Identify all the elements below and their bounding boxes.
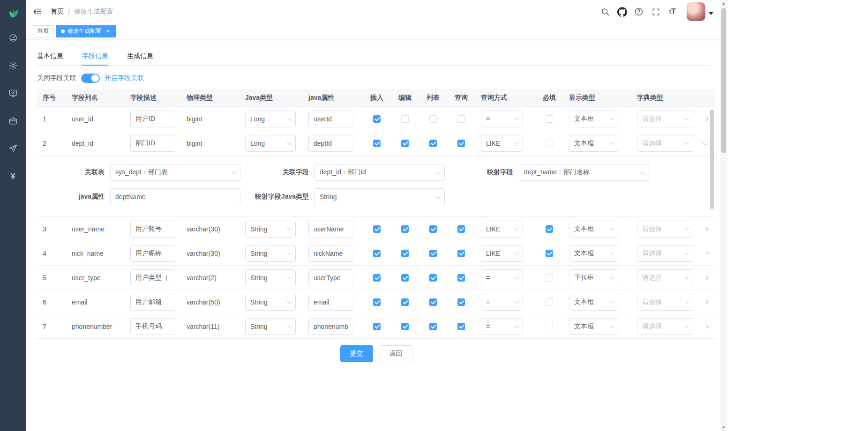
insert-checkbox[interactable] <box>373 250 381 257</box>
tab-field-info[interactable]: 字段信息 <box>82 47 108 65</box>
edit-checkbox[interactable] <box>401 225 409 233</box>
expand-row-icon[interactable] <box>703 252 708 255</box>
java-field-input[interactable] <box>308 135 353 152</box>
java-type-select[interactable]: Long <box>245 111 296 127</box>
query-type-select[interactable]: = <box>481 269 523 286</box>
table-scrollbar-thumb[interactable] <box>710 110 714 209</box>
java-field-input[interactable] <box>308 294 353 311</box>
required-checkbox[interactable] <box>546 140 553 147</box>
dict-type-select[interactable]: 请选择 <box>637 111 693 127</box>
edit-checkbox[interactable] <box>401 140 409 147</box>
column-description-input[interactable] <box>130 269 175 286</box>
scroll-up-arrow-icon[interactable] <box>720 0 727 7</box>
map-java-type-select[interactable]: String <box>314 188 445 205</box>
column-description-input[interactable] <box>130 221 175 238</box>
yen-icon[interactable]: ¥ <box>7 171 19 182</box>
expand-row-icon[interactable] <box>703 300 708 304</box>
list-checkbox[interactable] <box>429 225 437 233</box>
query-checkbox[interactable] <box>457 274 465 282</box>
query-checkbox[interactable] <box>457 225 465 233</box>
monitor-check-icon[interactable] <box>7 88 19 99</box>
dict-type-select[interactable]: 请选择 <box>637 245 693 262</box>
help-icon[interactable] <box>631 0 646 23</box>
dict-type-select[interactable]: 请选择 <box>637 135 693 152</box>
close-tag-icon[interactable] <box>105 28 111 35</box>
tab-basic-info[interactable]: 基本信息 <box>37 47 63 65</box>
edit-checkbox[interactable] <box>401 323 409 330</box>
query-type-select[interactable]: LIKE <box>481 245 523 262</box>
edit-checkbox[interactable] <box>401 115 409 123</box>
html-type-select[interactable]: 文本框 <box>569 245 618 262</box>
required-checkbox[interactable] <box>546 274 553 282</box>
query-checkbox[interactable] <box>457 115 465 123</box>
query-type-select[interactable]: = <box>481 111 523 127</box>
paper-plane-icon[interactable] <box>7 143 19 154</box>
tag-current[interactable]: 修改生成配置 <box>56 25 116 37</box>
html-type-select[interactable]: 文本框 <box>569 111 618 127</box>
column-description-input[interactable] <box>130 135 175 152</box>
list-checkbox[interactable] <box>429 140 437 147</box>
required-checkbox[interactable] <box>546 225 553 233</box>
query-type-select[interactable]: LIKE <box>481 135 523 152</box>
java-type-select[interactable]: String <box>245 269 296 286</box>
insert-checkbox[interactable] <box>373 274 381 282</box>
column-description-input[interactable] <box>130 294 175 311</box>
submit-button[interactable]: 提交 <box>340 345 373 362</box>
field-relation-toggle[interactable] <box>81 74 100 83</box>
query-type-select[interactable]: LIKE <box>481 221 523 238</box>
edit-checkbox[interactable] <box>401 274 409 282</box>
page-scrollbar-thumb[interactable] <box>721 8 726 153</box>
list-checkbox[interactable] <box>429 274 437 282</box>
java-field-input[interactable] <box>308 318 353 335</box>
java-field-input[interactable] <box>308 269 353 286</box>
back-button[interactable]: 返回 <box>380 345 412 362</box>
html-type-select[interactable]: 文本框 <box>569 294 618 311</box>
edit-checkbox[interactable] <box>401 250 409 257</box>
collapse-sidebar-button[interactable] <box>33 0 43 23</box>
collapse-row-icon[interactable] <box>703 141 708 145</box>
query-type-select[interactable]: = <box>481 318 523 335</box>
insert-checkbox[interactable] <box>373 115 381 123</box>
insert-checkbox[interactable] <box>373 323 381 330</box>
html-type-select[interactable]: 文本框 <box>569 221 618 238</box>
query-checkbox[interactable] <box>457 250 465 257</box>
user-menu[interactable] <box>687 2 713 21</box>
page-scrollbar[interactable] <box>720 0 727 431</box>
column-description-input[interactable] <box>130 111 175 127</box>
expand-row-icon[interactable] <box>703 227 708 231</box>
column-description-input[interactable] <box>130 318 175 335</box>
tag-home[interactable]: 首页 <box>33 25 53 37</box>
font-size-icon[interactable]: tT <box>665 0 680 23</box>
expand-row-icon[interactable] <box>703 325 708 328</box>
dashboard-icon[interactable] <box>7 32 19 44</box>
list-checkbox[interactable] <box>429 298 437 306</box>
java-attr-input[interactable] <box>110 188 240 205</box>
html-type-select[interactable]: 文本框 <box>569 135 618 152</box>
expand-row-icon[interactable] <box>703 117 708 121</box>
relation-table-select[interactable]: sys_dept：部门表 <box>110 164 240 181</box>
java-type-select[interactable]: String <box>245 245 296 262</box>
fullscreen-icon[interactable] <box>648 0 663 23</box>
java-field-input[interactable] <box>308 245 353 262</box>
dict-type-select[interactable]: 请选择 <box>637 318 693 335</box>
java-type-select[interactable]: Long <box>245 135 296 152</box>
java-field-input[interactable] <box>308 111 353 127</box>
required-checkbox[interactable] <box>546 323 553 330</box>
list-checkbox[interactable] <box>429 115 437 123</box>
query-checkbox[interactable] <box>457 140 465 147</box>
breadcrumb-home[interactable]: 首页 <box>51 7 64 16</box>
briefcase-icon[interactable] <box>7 115 19 126</box>
edit-checkbox[interactable] <box>401 298 409 306</box>
html-type-select[interactable]: 文本框 <box>569 318 618 335</box>
java-type-select[interactable]: String <box>245 294 296 311</box>
github-icon[interactable] <box>614 0 629 23</box>
required-checkbox[interactable] <box>546 250 553 257</box>
dict-type-select[interactable]: 请选择 <box>637 269 693 286</box>
insert-checkbox[interactable] <box>373 298 381 306</box>
column-description-input[interactable] <box>130 245 175 262</box>
settings-gear-icon[interactable] <box>7 60 19 71</box>
insert-checkbox[interactable] <box>373 225 381 233</box>
dict-type-select[interactable]: 请选择 <box>637 294 693 311</box>
java-field-input[interactable] <box>308 221 353 238</box>
list-checkbox[interactable] <box>429 323 437 330</box>
